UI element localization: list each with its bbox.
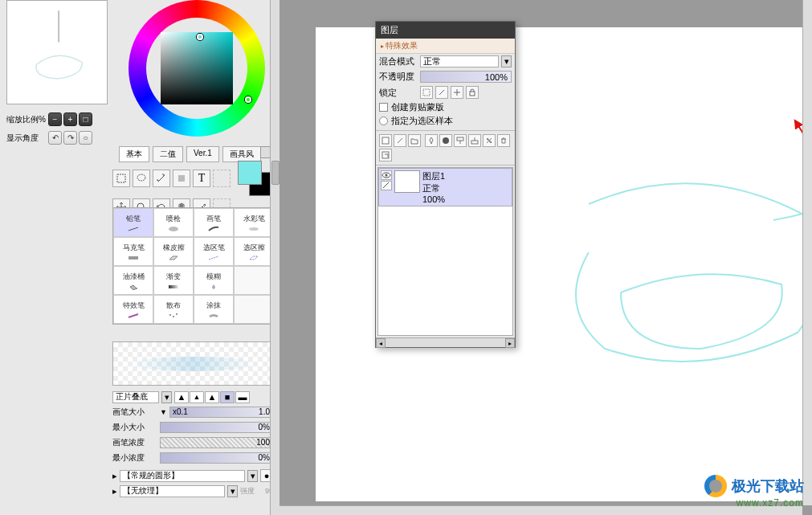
zoom-control: 缩放比例% − + □ (6, 112, 108, 126)
zoom-in-button[interactable]: + (63, 112, 77, 126)
lock-all-button[interactable] (466, 86, 479, 99)
clip-checkbox[interactable] (379, 103, 388, 112)
shape-tri-m[interactable]: ▲ (190, 391, 204, 403)
svg-point-15 (443, 137, 449, 144)
opacity-label: 不透明度 (379, 71, 418, 83)
expand-icon[interactable]: ▸ (112, 471, 117, 481)
delete-layer-button[interactable] (497, 134, 510, 147)
wand-tool[interactable] (153, 170, 170, 187)
layer-name: 图层1 (422, 170, 445, 182)
expand-icon[interactable]: ▸ (112, 486, 117, 497)
transfer-down-button[interactable] (454, 134, 467, 147)
texture-select[interactable]: 【无纹理】 (120, 485, 225, 497)
layer-blend-select[interactable]: 正常 (420, 55, 499, 67)
new-linework-button[interactable] (394, 134, 406, 147)
layer-toolbar (376, 130, 515, 166)
brush-size-slider[interactable]: x0.11.0 (169, 407, 273, 418)
scroll-right-icon[interactable]: ▸ (505, 338, 515, 348)
density-slider[interactable]: 100 (160, 437, 273, 448)
apply-mask-button[interactable] (439, 134, 452, 147)
edit-toggle[interactable] (381, 181, 392, 190)
rotate-reset-button[interactable]: ○ (79, 131, 92, 145)
rotate-cw-button[interactable]: ↷ (63, 131, 77, 145)
navigator-preview[interactable] (6, 0, 108, 104)
min-size-label: 最小大小 (112, 422, 157, 433)
brush-shape-select[interactable]: 【常规的圆形】 (120, 470, 245, 482)
brush-preview (112, 341, 273, 386)
tab-ver1[interactable]: Ver.1 (186, 146, 219, 162)
lock-pixels-button[interactable] (420, 86, 433, 99)
rect-select-tool[interactable] (112, 170, 130, 187)
left-panel-scrollbar[interactable] (270, 0, 280, 515)
shape-tri-s[interactable]: ▲ (174, 391, 189, 403)
angle-control: 显示角度 ↶ ↷ ○ (6, 131, 108, 145)
mask-button[interactable] (425, 134, 438, 147)
layer-row[interactable]: 图层1 正常 100% (378, 168, 512, 206)
min-size-slider[interactable]: 0% (160, 422, 273, 433)
select-source-label: 指定为选区样本 (391, 115, 453, 127)
tab-paintstyle[interactable]: 画具风 (222, 146, 261, 162)
color-wheel[interactable] (120, 0, 273, 145)
tool-slot-empty (213, 170, 231, 187)
brush-smudge[interactable]: 涂抹 (194, 295, 234, 324)
blend-mode-select[interactable]: 正片叠底 (112, 391, 159, 403)
dropdown-arrow-icon[interactable]: ▾ (227, 485, 238, 497)
select-source-radio[interactable] (379, 116, 388, 125)
dropdown-arrow-icon[interactable]: ▾ (161, 391, 172, 403)
shape-tool[interactable] (173, 170, 190, 187)
brush-selpen[interactable]: 选区笔 (194, 237, 234, 266)
layer-thumbnail[interactable] (394, 170, 420, 193)
vertical-scrollbar[interactable] (802, 0, 812, 505)
chevron-down-icon[interactable]: ▼ (160, 408, 167, 416)
layer-fx-header[interactable]: 特殊效果 (376, 39, 515, 54)
brush-bucket[interactable]: 油漆桶 (113, 266, 153, 295)
shape-tri-l[interactable]: ▲ (205, 391, 219, 403)
min-density-label: 最小浓度 (112, 452, 157, 464)
rotate-ccw-button[interactable]: ↶ (48, 131, 62, 145)
svg-rect-16 (457, 137, 463, 141)
lasso-tool[interactable] (133, 170, 150, 187)
foreground-color-swatch[interactable] (238, 161, 262, 185)
shape-rect[interactable]: ▬ (235, 391, 250, 403)
clear-layer-button[interactable] (483, 134, 496, 147)
flatten-button[interactable] (379, 149, 392, 161)
brush-seleraser[interactable]: 选区擦 (234, 237, 274, 266)
watermark: 极光下载站 www.xz7.com (704, 475, 804, 509)
svg-point-20 (386, 174, 388, 177)
color-swatch[interactable] (238, 161, 273, 196)
layer-panel-title[interactable]: 图层 (376, 22, 515, 39)
lock-paint-button[interactable] (435, 86, 448, 99)
zoom-reset-button[interactable]: □ (79, 112, 92, 126)
layer-panel-scrollbar[interactable]: ◂ ▸ (376, 337, 515, 347)
scroll-left-icon[interactable]: ◂ (376, 338, 386, 348)
new-layer-button[interactable] (379, 134, 392, 147)
dropdown-arrow-icon[interactable]: ▾ (247, 470, 258, 482)
brush-pencil[interactable]: 铅笔 (113, 208, 153, 237)
text-tool[interactable]: T (193, 170, 210, 187)
brush-airbrush[interactable]: 喷枪 (153, 208, 194, 237)
zoom-out-button[interactable]: − (48, 112, 62, 126)
layer-opacity-slider[interactable]: 100% (420, 71, 512, 83)
brush-scatter[interactable]: 散布 (153, 295, 194, 324)
brush-marker[interactable]: 马克笔 (113, 237, 153, 266)
tab-basic[interactable]: 基本 (119, 146, 149, 162)
brush-grid: 铅笔 喷枪 画笔 水彩笔 马克笔 橡皮擦 选区笔 选区擦 油漆桶 渐变 模糊 特… (112, 207, 275, 325)
min-density-slider[interactable]: 0% (160, 452, 273, 464)
dropdown-arrow-icon[interactable]: ▾ (501, 55, 512, 67)
brush-watercolor[interactable]: 水彩笔 (234, 208, 274, 237)
shape-square[interactable]: ■ (220, 391, 235, 403)
new-set-button[interactable] (408, 134, 421, 147)
brush-gradient[interactable]: 渐变 (153, 266, 194, 295)
brush-eraser[interactable]: 橡皮擦 (153, 237, 194, 266)
brush-size-label: 画笔大小 (112, 407, 157, 418)
visibility-toggle[interactable] (381, 170, 392, 180)
tab-binary[interactable]: 二值 (153, 146, 183, 162)
svg-rect-0 (117, 174, 125, 182)
brush-blur[interactable]: 模糊 (194, 266, 234, 295)
layer-list[interactable]: 图层1 正常 100% (377, 167, 513, 336)
merge-down-button[interactable] (468, 134, 481, 147)
brush-brush[interactable]: 画笔 (194, 208, 234, 237)
brush-fx[interactable]: 特效笔 (113, 295, 153, 324)
canvas-area (280, 0, 802, 505)
lock-move-button[interactable] (451, 86, 463, 99)
